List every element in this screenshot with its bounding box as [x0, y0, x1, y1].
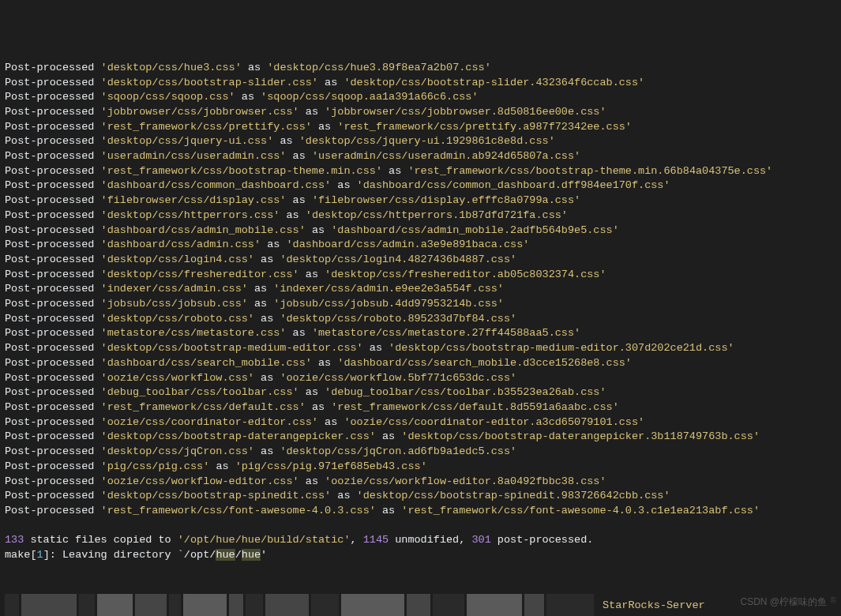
- log-line: Post-processed 'desktop/css/jquery-ui.cs…: [5, 134, 836, 149]
- log-line: Post-processed 'desktop/css/fresheredito…: [5, 268, 836, 283]
- log-line: Post-processed 'oozie/css/workflow-edito…: [5, 475, 836, 490]
- log-line: Post-processed 'dashboard/css/search_mob…: [5, 356, 836, 371]
- log-line: Post-processed 'desktop/css/login4.css' …: [5, 253, 836, 268]
- log-line: Post-processed 'desktop/css/bootstrap-da…: [5, 430, 836, 445]
- log-line: Post-processed 'rest_framework/css/boots…: [5, 164, 836, 179]
- log-line: Post-processed 'pig/css/pig.css' as 'pig…: [5, 460, 836, 475]
- watermark-small: 客: [830, 594, 837, 609]
- censored-host-row-1: StarRocks-Server: [5, 592, 836, 616]
- log-line: Post-processed 'useradmin/css/useradmin.…: [5, 149, 836, 164]
- log-line: Post-processed 'desktop/css/bootstrap-sp…: [5, 489, 836, 504]
- log-line: Post-processed 'debug_toolbar/css/toolba…: [5, 385, 836, 400]
- log-line: Post-processed 'desktop/css/hue3.css' as…: [5, 61, 836, 76]
- log-line: Post-processed 'dashboard/css/admin_mobi…: [5, 223, 836, 239]
- log-line: Post-processed 'desktop/css/bootstrap-sl…: [5, 76, 836, 91]
- starrocks-label-1: StarRocks-Server: [603, 599, 705, 614]
- watermark: CSDN @柠檬味的鱼: [740, 595, 827, 610]
- log-line: Post-processed 'dashboard/css/common_das…: [5, 178, 836, 193]
- log-line: Post-processed 'oozie/css/workflow.css' …: [5, 371, 836, 386]
- log-line: Post-processed 'jobbrowser/css/jobbrowse…: [5, 105, 836, 120]
- log-line: Post-processed 'desktop/css/roboto.css' …: [5, 312, 836, 327]
- log-line: Post-processed 'filebrowser/css/display.…: [5, 193, 836, 208]
- log-line: Post-processed 'rest_framework/css/defau…: [5, 400, 836, 415]
- log-line: Post-processed 'rest_framework/css/prett…: [5, 120, 836, 135]
- log-line: Post-processed 'oozie/css/coordinator-ed…: [5, 415, 836, 430]
- terminal-output: Post-processed 'desktop/css/hue3.css' as…: [5, 61, 836, 563]
- log-line: Post-processed 'sqoop/css/sqoop.css' as …: [5, 90, 836, 105]
- log-line: Post-processed 'dashboard/css/admin.css'…: [5, 238, 836, 253]
- log-line: Post-processed 'rest_framework/css/font-…: [5, 504, 836, 519]
- log-line: Post-processed 'desktop/css/jqCron.css' …: [5, 445, 836, 460]
- log-line: Post-processed 'desktop/css/bootstrap-me…: [5, 341, 836, 356]
- log-line: Post-processed 'indexer/css/admin.css' a…: [5, 282, 836, 297]
- log-line: Post-processed 'metastore/css/metastore.…: [5, 326, 836, 341]
- log-line: Post-processed 'jobsub/css/jobsub.css' a…: [5, 297, 836, 312]
- make-line: make[1]: Leaving directory `/opt/hue/hue…: [5, 548, 836, 563]
- log-line: Post-processed 'desktop/css/httperrors.c…: [5, 208, 836, 223]
- summary-line: 133 static files copied to '/opt/hue/hue…: [5, 533, 836, 548]
- blank-line: [5, 519, 836, 534]
